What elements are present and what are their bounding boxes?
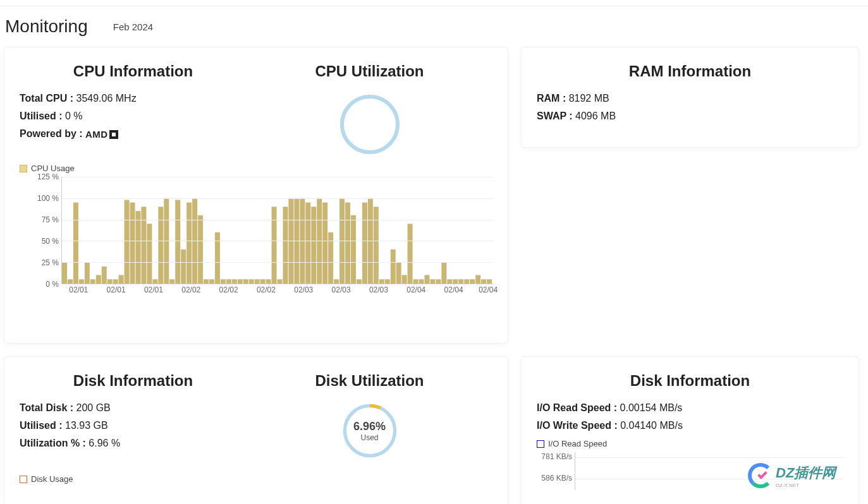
svg-rect-54 (362, 203, 367, 284)
svg-rect-71 (458, 279, 463, 284)
cpu-total-row: Total CPU : 3549.06 MHz (20, 93, 247, 104)
svg-rect-16 (147, 224, 152, 284)
io-read-row: I/O Read Speed : 0.00154 MB/s (537, 402, 843, 414)
svg-rect-73 (470, 279, 475, 284)
y-tick: 781 KB/s (537, 452, 572, 461)
disk-total-label: Total Disk : (20, 402, 76, 413)
x-tick: 02/03 (332, 285, 351, 294)
svg-rect-39 (278, 279, 283, 284)
disk-total-value: 200 GB (76, 402, 111, 413)
svg-rect-25 (198, 215, 203, 284)
date-label: Feb 2024 (113, 21, 153, 32)
cpu-utilised-label: Utilised : (20, 111, 65, 121)
svg-rect-28 (215, 232, 220, 284)
svg-rect-51 (345, 203, 350, 284)
svg-rect-47 (322, 203, 327, 284)
svg-rect-72 (464, 279, 469, 284)
svg-rect-10 (113, 279, 118, 284)
svg-rect-65 (424, 275, 429, 284)
cpu-info-title: CPU Information (20, 63, 247, 80)
x-tick: 02/04 (479, 285, 498, 294)
io-read-label: I/O Read Speed : (537, 402, 620, 413)
cpu-plot-area (61, 177, 492, 284)
svg-rect-13 (130, 203, 135, 284)
disk-utilised-label: Utilised : (20, 420, 65, 431)
svg-rect-30 (226, 279, 231, 284)
svg-rect-1 (62, 262, 67, 284)
io-write-row: I/O Write Speed : 0.04140 MB/s (537, 420, 843, 431)
svg-rect-9 (107, 279, 113, 284)
x-tick: 02/02 (181, 285, 200, 294)
io-write-label: I/O Write Speed : (537, 420, 620, 431)
io-write-value: 0.04140 MB/s (620, 420, 683, 431)
cpu-total-label: Total CPU : (20, 93, 76, 104)
svg-rect-59 (391, 249, 396, 284)
cpu-x-axis: 02/01 02/01 02/01 02/02 02/02 02/02 02/0… (61, 285, 492, 298)
cpu-usage-chart[interactable]: 125 % 100 % 75 % 50 % 25 % 0 % 02/01 02/… (20, 177, 492, 291)
x-tick: 02/04 (444, 285, 463, 294)
svg-rect-11 (119, 275, 124, 284)
ram-card: RAM Information RAM : 8192 MB SWAP : 409… (521, 47, 859, 148)
page-title: Monitoring (5, 16, 88, 37)
x-tick: 02/03 (369, 285, 388, 294)
amd-logo-text: AMD (85, 129, 108, 140)
x-tick: 02/03 (294, 285, 313, 294)
svg-rect-49 (334, 279, 339, 284)
svg-rect-37 (266, 279, 271, 284)
disk-utilised-value: 13.93 GB (65, 420, 108, 431)
svg-rect-64 (419, 279, 424, 284)
cpu-utilised-row: Utilised : 0 % (20, 111, 247, 122)
disk-utilised-row: Utilised : 13.93 GB (20, 420, 247, 431)
x-tick: 02/02 (219, 285, 238, 294)
disk-legend-swatch (20, 476, 27, 483)
disk-donut-chart: 6.96% Used (341, 402, 398, 459)
svg-rect-63 (413, 279, 419, 284)
topbar-divider (0, 0, 868, 6)
svg-rect-31 (232, 279, 237, 284)
svg-rect-14 (135, 211, 140, 284)
svg-rect-44 (305, 203, 310, 284)
cpu-chart-legend: CPU Usage (20, 164, 492, 173)
ram-row: RAM : 8192 MB (537, 93, 843, 104)
disk-card: Disk Information Total Disk : 200 GB Uti… (4, 356, 508, 504)
x-tick: 02/04 (406, 285, 425, 294)
disk-info-title: Disk Information (20, 372, 247, 390)
svg-rect-52 (351, 215, 356, 284)
svg-rect-36 (260, 279, 266, 284)
svg-rect-22 (181, 249, 186, 284)
disk-util-title: Disk Utilization (247, 372, 492, 390)
svg-rect-21 (175, 200, 180, 284)
svg-rect-57 (379, 279, 384, 284)
svg-rect-75 (481, 279, 486, 284)
x-tick: 02/01 (107, 285, 126, 294)
svg-rect-60 (396, 262, 401, 284)
svg-rect-27 (209, 279, 214, 284)
svg-rect-61 (402, 275, 407, 284)
cpu-info-col: CPU Information Total CPU : 3549.06 MHz … (20, 63, 247, 156)
cpu-legend-swatch (20, 165, 27, 172)
disk-io-title: Disk Information (537, 372, 843, 390)
ram-label: RAM : (537, 93, 569, 104)
y-tick: 25 % (42, 258, 59, 267)
x-tick: 02/01 (69, 285, 88, 294)
cpu-total-value: 3549.06 MHz (76, 93, 136, 104)
svg-rect-74 (475, 275, 480, 284)
svg-rect-67 (436, 279, 441, 284)
y-tick: 0 % (46, 280, 59, 289)
svg-rect-69 (447, 279, 452, 284)
io-legend-label: I/O Read Speed (548, 439, 607, 448)
y-tick: 75 % (42, 215, 59, 224)
svg-rect-56 (374, 207, 379, 284)
svg-rect-66 (430, 279, 435, 284)
svg-rect-4 (79, 279, 84, 284)
cpu-y-axis: 125 % 100 % 75 % 50 % 25 % 0 % (20, 177, 61, 284)
svg-rect-35 (255, 279, 260, 284)
io-legend-swatch (537, 440, 544, 448)
svg-rect-7 (96, 275, 101, 284)
ram-value: 8192 MB (569, 93, 609, 104)
svg-rect-62 (408, 224, 413, 284)
svg-rect-33 (243, 279, 248, 284)
main-grid: CPU Information Total CPU : 3549.06 MHz … (0, 42, 868, 504)
svg-rect-34 (249, 279, 254, 284)
svg-rect-5 (85, 262, 90, 284)
